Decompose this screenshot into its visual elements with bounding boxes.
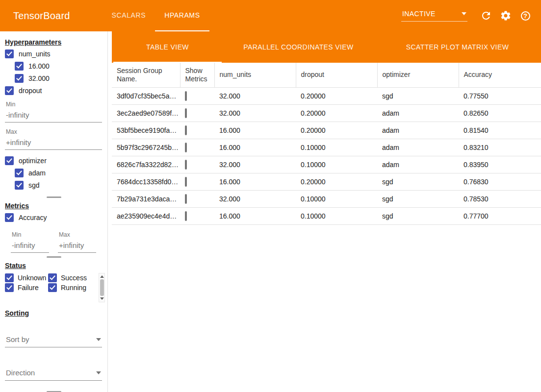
help-icon[interactable]: ? [519, 10, 531, 22]
metric-max-field: Max [58, 225, 96, 253]
status-scrollbar[interactable] [99, 273, 105, 302]
dropout-max-input[interactable] [5, 135, 102, 150]
tab-table-view[interactable]: TABLE VIEW [112, 31, 223, 63]
status-options-grid: Unknown Success Failure Running [5, 273, 99, 302]
show-metrics-checkbox[interactable] [185, 177, 187, 187]
cell-accuracy: 0.81540 [459, 122, 541, 139]
cell-dropout: 0.20000 [296, 104, 377, 122]
success-checkbox[interactable] [48, 273, 57, 282]
optimizer-value-row[interactable]: sgd [15, 181, 107, 190]
show-metrics-checkbox[interactable] [185, 211, 187, 221]
cell-optimizer: adam [377, 104, 459, 122]
session-group-name: 7b29a731e3daca… [112, 190, 180, 207]
session-group-name: ae235909ec4e4d… [112, 207, 180, 224]
tab-parallel-coordinates-view[interactable]: PARALLEL COORDINATES VIEW [223, 31, 374, 63]
table-row[interactable]: 6826c7fa3322d82… 32.000 0.10000 adam 0.8… [112, 156, 541, 173]
adam-checkbox[interactable] [15, 169, 24, 177]
scroll-up-arrow-icon[interactable] [100, 275, 104, 278]
tab-scatter-plot-matrix-view[interactable]: SCATTER PLOT MATRIX VIEW [374, 31, 541, 63]
sgd-checkbox[interactable] [15, 181, 24, 190]
cell-accuracy: 0.83950 [459, 156, 541, 173]
status-failure-row[interactable]: Failure [5, 283, 48, 292]
reload-icon[interactable] [480, 10, 492, 22]
status-success-row[interactable]: Success [48, 273, 99, 282]
table-row[interactable]: 7684dcc13358fd0… 16.000 0.20000 sgd 0.76… [112, 173, 541, 190]
gear-icon[interactable] [500, 10, 512, 22]
failure-checkbox[interactable] [5, 283, 14, 292]
scroll-down-arrow-icon[interactable] [100, 297, 104, 300]
cell-dropout: 0.20000 [296, 173, 377, 190]
metric-min-input[interactable] [11, 238, 49, 253]
num-units-value-row[interactable]: 32.000 [15, 74, 107, 83]
num-units-checkbox[interactable] [5, 49, 14, 58]
table-row[interactable]: 3ec2aed9e07589f… 32.000 0.20000 adam 0.8… [112, 104, 541, 122]
cell-show-metrics [180, 156, 214, 173]
tab-scalars[interactable]: SCALARS [103, 0, 155, 31]
table-row[interactable]: 7b29a731e3daca… 32.000 0.10000 sgd 0.785… [112, 190, 541, 207]
help-glyph: ? [521, 11, 530, 21]
value-32-checkbox[interactable] [15, 74, 24, 83]
show-metrics-checkbox[interactable] [185, 194, 187, 204]
cell-num-units: 32.000 [214, 104, 296, 122]
tab-hparams[interactable]: HPARAMS [155, 0, 209, 31]
show-metrics-checkbox[interactable] [185, 108, 187, 118]
hparams-sidebar: Hyperparameters num_units 16.000 32.000 … [0, 31, 108, 392]
dropout-min-input[interactable] [5, 108, 102, 122]
hyperparameters-heading: Hyperparameters [5, 38, 107, 46]
show-metrics-checkbox[interactable] [185, 160, 187, 170]
run-status-dropdown[interactable]: INACTIVE [401, 10, 467, 22]
metric-accuracy-row[interactable]: Accuracy [5, 213, 107, 222]
show-metrics-checkbox[interactable] [185, 125, 187, 135]
cell-optimizer: adam [377, 122, 459, 139]
status-section: Status Unknown Success Failu [5, 262, 107, 302]
splitter-handle[interactable] [5, 193, 103, 201]
cell-num-units: 16.000 [214, 173, 296, 190]
table-row[interactable]: ae235909ec4e4d… 16.000 0.10000 sgd 0.777… [112, 207, 541, 224]
hparam-optimizer-row[interactable]: optimizer [5, 156, 107, 165]
hyperparameters-section: Hyperparameters num_units 16.000 32.000 … [5, 38, 107, 190]
accuracy-checkbox[interactable] [5, 213, 14, 222]
hparam-dropout-row[interactable]: dropout [5, 86, 107, 95]
num-units-value-row[interactable]: 16.000 [15, 62, 107, 71]
metric-max-input[interactable] [58, 238, 96, 253]
direction-dropdown[interactable]: Direction [5, 365, 102, 381]
unknown-checkbox[interactable] [5, 273, 14, 282]
status-unknown-row[interactable]: Unknown [5, 273, 48, 282]
cell-optimizer: sgd [377, 173, 459, 190]
view-tabs-bar: TABLE VIEW PARALLEL COORDINATES VIEW SCA… [112, 31, 541, 63]
table-row[interactable]: 53bf5bece9190fa… 16.000 0.20000 adam 0.8… [112, 122, 541, 139]
cell-num-units: 32.000 [214, 87, 296, 104]
hparams-main-panel: TABLE VIEW PARALLEL COORDINATES VIEW SCA… [112, 31, 541, 392]
session-group-name: 6826c7fa3322d82… [112, 156, 180, 173]
show-metrics-checkbox[interactable] [185, 143, 187, 152]
optimizer-label: optimizer [19, 157, 47, 165]
cell-dropout: 0.10000 [296, 190, 377, 207]
sorting-heading: Sorting [5, 309, 107, 317]
session-group-name: 7684dcc13358fd0… [112, 173, 180, 190]
sort-by-value: Sort by [6, 335, 29, 343]
metric-min-field: Min [11, 225, 49, 253]
dropout-checkbox[interactable] [5, 86, 14, 95]
optimizer-value-row[interactable]: adam [15, 169, 107, 177]
scrollbar-thumb[interactable] [100, 279, 104, 296]
column-header-accuracy: Accuracy [459, 63, 541, 87]
cell-num-units: 32.000 [214, 156, 296, 173]
column-header-optimizer: optimizer [377, 63, 459, 87]
hparam-num-units-row[interactable]: num_units [5, 49, 107, 58]
optimizer-checkbox[interactable] [5, 156, 14, 165]
content-area: Hyperparameters num_units 16.000 32.000 … [0, 31, 541, 392]
cell-show-metrics [180, 139, 214, 156]
running-checkbox[interactable] [48, 283, 57, 292]
status-running-row[interactable]: Running [48, 283, 99, 292]
show-metrics-checkbox[interactable] [185, 91, 187, 101]
table-row[interactable]: 3df0d7cf35bec5a… 32.000 0.20000 sgd 0.77… [112, 87, 541, 104]
column-header-dropout: dropout [296, 63, 377, 87]
splitter-handle[interactable] [5, 253, 103, 261]
sort-by-dropdown[interactable]: Sort by [5, 332, 102, 347]
table-row[interactable]: 5b97f3c2967245b… 16.000 0.10000 adam 0.8… [112, 139, 541, 156]
value-32-label: 32.000 [28, 74, 50, 82]
value-16-checkbox[interactable] [15, 62, 24, 71]
splitter-handle[interactable] [5, 388, 103, 392]
cell-num-units: 16.000 [214, 139, 296, 156]
top-nav-tabs: SCALARS HPARAMS [103, 0, 209, 31]
